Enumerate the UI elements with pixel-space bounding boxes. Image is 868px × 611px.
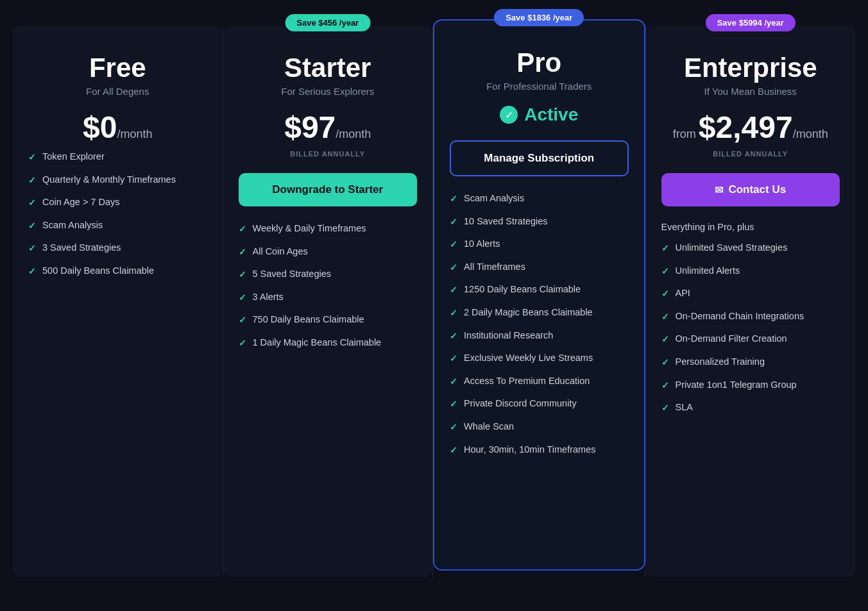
plan-subtitle-free: For All Degens [28,86,207,97]
check-icon: ✓ [28,220,36,233]
check-icon: ✓ [661,311,669,324]
check-icon: ✓ [661,380,669,392]
feature-item: ✓ Whale Scan [450,420,629,434]
feature-item: ✓ 1250 Daily Beans Claimable [450,283,629,297]
plan-price-starter: $97/month [239,110,418,145]
feature-text: Unlimited Alerts [676,264,740,277]
feature-text: Token Explorer [42,150,105,163]
feature-item: ✓ Private Discord Community [450,397,629,411]
feature-text: Coin Age > 7 Days [42,196,120,208]
active-badge: ✓ Active [450,105,629,125]
check-icon: ✓ [239,314,246,327]
plan-price-free: $0/month [28,110,207,145]
check-icon: ✓ [661,333,669,346]
plan-button-enterprise[interactable]: ✉Contact Us [661,173,840,206]
feature-item: ✓ 10 Alerts [450,237,629,251]
plan-button-pro[interactable]: Manage Subscription [450,140,629,176]
plan-button-starter[interactable]: Downgrade to Starter [239,173,418,206]
feature-text: All Coin Ages [253,245,308,258]
check-icon: ✓ [28,174,36,187]
feature-item: ✓ 500 Daily Beans Claimable [28,264,207,278]
feature-item: ✓ 2 Daily Magic Beans Claimable [450,306,629,320]
feature-text: 3 Alerts [253,290,284,303]
feature-item: ✓ Scam Analysis [28,219,207,233]
feature-text: Scam Analysis [464,192,524,205]
plan-name-free: Free [28,53,207,83]
feature-text: Private Discord Community [464,397,577,410]
feature-item: ✓ 750 Daily Beans Claimable [239,313,418,327]
feature-text: 750 Daily Beans Claimable [253,313,364,326]
check-icon: ✓ [239,269,246,281]
feature-text: Whale Scan [464,420,514,433]
plan-subtitle-enterprise: If You Mean Business [661,86,840,97]
feature-text: Scam Analysis [42,219,103,231]
feature-text: 1 Daily Magic Beans Claimable [253,336,382,349]
feature-item: ✓ 3 Saved Strategies [28,241,207,255]
feature-text: SLA [676,401,693,414]
check-icon: ✓ [661,356,669,369]
check-icon: ✓ [239,246,246,259]
price-billed-enterprise: BILLED ANNUALLY [661,150,840,158]
check-icon: ✓ [450,353,457,365]
feature-item: ✓ 1 Daily Magic Beans Claimable [239,336,418,350]
features-list-enterprise: ✓ Unlimited Saved Strategies ✓ Unlimited… [661,241,840,415]
check-icon: ✓ [661,242,669,255]
plan-subtitle-starter: For Serious Explorers [239,86,418,97]
active-check-icon: ✓ [500,106,518,124]
feature-item: ✓ Unlimited Alerts [661,264,840,278]
plan-name-starter: Starter [239,53,418,83]
feature-text: 10 Alerts [464,237,500,250]
feature-text: 1250 Daily Beans Claimable [464,283,581,296]
feature-text: Weekly & Daily Timeframes [253,222,366,235]
feature-text: Institutional Research [464,329,553,342]
check-icon: ✓ [450,262,457,274]
feature-text: All Timeframes [464,260,525,273]
feature-item: ✓ All Timeframes [450,260,629,274]
features-list-pro: ✓ Scam Analysis ✓ 10 Saved Strategies ✓ … [450,192,629,456]
price-from: from [673,128,696,140]
feature-item: ✓ Private 1on1 Telegram Group [661,378,840,392]
feature-text: Personalized Training [676,355,765,368]
feature-text: 10 Saved Strategies [464,215,548,228]
feature-text: Access To Premium Education [464,374,590,387]
price-period-starter: /month [336,128,371,140]
plan-subtitle-pro: For Professional Traders [450,81,629,92]
feature-text: Private 1on1 Telegram Group [676,378,797,391]
feature-text: Quarterly & Monthly Timeframes [42,173,176,186]
feature-item: ✓ All Coin Ages [239,245,418,259]
check-icon: ✓ [28,197,36,210]
feature-text: 3 Saved Strategies [42,241,121,254]
feature-item: ✓ Quarterly & Monthly Timeframes [28,173,207,187]
feature-item: ✓ Weekly & Daily Timeframes [239,222,418,236]
check-icon: ✓ [28,151,36,164]
check-icon: ✓ [661,402,669,415]
feature-item: ✓ On-Demand Chain Integrations [661,310,840,324]
check-icon: ✓ [450,216,457,229]
feature-text: Exclusive Weekly Live Streams [464,351,593,364]
feature-text: On-Demand Chain Integrations [676,310,804,322]
price-amount-starter: $97 [284,110,336,144]
plan-price-enterprise: from$2,497/month [661,110,840,145]
feature-item: ✓ 5 Saved Strategies [239,267,418,281]
check-icon: ✓ [450,193,457,206]
check-icon: ✓ [450,398,457,411]
feature-item: ✓ Scam Analysis [450,192,629,206]
pricing-container: FreeFor All Degens$0/month ✓ Token Explo… [13,26,855,577]
feature-item: ✓ Coin Age > 7 Days [28,196,207,210]
feature-text: 500 Daily Beans Claimable [42,264,154,277]
check-icon: ✓ [450,330,457,343]
feature-item: ✓ 3 Alerts [239,290,418,305]
feature-item: ✓ Exclusive Weekly Live Streams [450,351,629,365]
check-icon: ✓ [661,265,669,278]
feature-item: ✓ Unlimited Saved Strategies [661,241,840,255]
price-amount-enterprise: $2,497 [699,110,793,144]
feature-text: Hour, 30min, 10min Timeframes [464,443,596,456]
envelope-icon: ✉ [715,184,723,196]
extra-label-enterprise: Everything in Pro, plus [661,222,840,232]
feature-item: ✓ Access To Premium Education [450,374,629,389]
active-label: Active [524,105,578,125]
check-icon: ✓ [28,242,36,255]
price-period-free: /month [117,128,152,140]
save-badge-starter: Save $456 /year [285,14,370,31]
price-amount-free: $0 [83,110,117,144]
